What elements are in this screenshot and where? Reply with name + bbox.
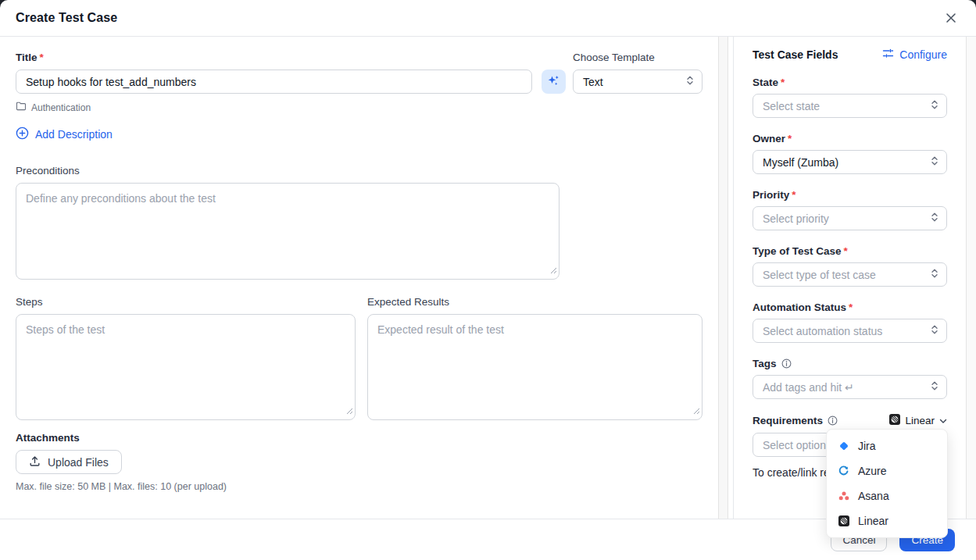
chevron-updown-icon	[931, 155, 938, 169]
modal-header: Create Test Case	[0, 0, 976, 37]
expected-results-label: Expected Results	[367, 296, 703, 308]
dropdown-item-linear[interactable]: Linear	[827, 508, 947, 533]
type-of-test-case-field: Type of Test Case* Select type of test c…	[753, 245, 947, 287]
steps-textarea[interactable]	[16, 314, 356, 420]
info-icon	[781, 358, 792, 369]
state-field: State* Select state	[753, 77, 947, 118]
asana-icon	[838, 490, 849, 502]
expected-results-textarea[interactable]	[367, 314, 703, 420]
sidebar-scrollbar[interactable]	[966, 37, 976, 519]
folder-name: Authentication	[31, 102, 91, 113]
automation-status-field: Automation Status* Select automation sta…	[753, 301, 947, 343]
main-scrollbar[interactable]	[718, 37, 728, 519]
page-title: Create Test Case	[16, 11, 117, 25]
sliders-icon	[882, 48, 894, 62]
title-input[interactable]	[16, 70, 532, 94]
attachments-label: Attachments	[16, 432, 703, 444]
choose-template-label: Choose Template	[573, 52, 703, 63]
folder-path: Authentication	[16, 102, 703, 113]
template-select[interactable]: Text	[573, 70, 703, 94]
sparkles-icon	[547, 74, 560, 90]
plus-circle-icon	[16, 127, 29, 142]
upload-files-button[interactable]: Upload Files	[16, 450, 122, 474]
close-icon[interactable]	[942, 9, 960, 27]
jira-icon	[838, 441, 849, 452]
preconditions-label: Preconditions	[16, 165, 703, 177]
add-description-button[interactable]: Add Description	[16, 127, 113, 142]
automation-status-select[interactable]: Select automation status	[753, 319, 947, 343]
upload-icon	[29, 455, 41, 469]
chevron-down-icon	[939, 415, 947, 426]
info-icon	[828, 416, 838, 426]
main-form: Title*	[0, 37, 718, 519]
chevron-updown-icon	[686, 75, 694, 88]
template-value: Text	[583, 76, 603, 88]
owner-field: Owner* Myself (Zumba)	[753, 133, 947, 174]
priority-field: Priority* Select priority	[753, 189, 947, 230]
priority-select[interactable]: Select priority	[753, 206, 947, 230]
requirements-provider-select[interactable]: Linear	[889, 414, 947, 427]
ai-generate-button[interactable]	[542, 70, 566, 94]
dropdown-item-azure[interactable]: Azure	[827, 458, 947, 483]
configure-label: Configure	[899, 48, 947, 61]
dropdown-item-jira[interactable]: Jira	[827, 433, 947, 458]
upload-files-label: Upload Files	[48, 456, 109, 469]
folder-icon	[16, 102, 27, 113]
title-label: Title*	[16, 52, 566, 63]
configure-button[interactable]: Configure	[882, 48, 947, 62]
tags-field: Tags Add tags and hit ↵	[753, 358, 947, 399]
chevron-updown-icon	[931, 380, 938, 394]
create-test-case-modal: Create Test Case Title*	[0, 0, 976, 560]
azure-icon	[838, 465, 849, 477]
upload-hint: Max. file size: 50 MB | Max. files: 10 (…	[16, 481, 703, 492]
chevron-updown-icon	[931, 268, 938, 281]
add-description-label: Add Description	[35, 128, 113, 141]
type-select[interactable]: Select type of test case	[753, 262, 947, 287]
linear-logo-icon	[838, 515, 849, 527]
linear-logo-icon	[889, 414, 900, 427]
state-select[interactable]: Select state	[753, 94, 947, 118]
chevron-updown-icon	[931, 324, 938, 337]
chevron-updown-icon	[931, 99, 938, 112]
tags-input[interactable]: Add tags and hit ↵	[753, 375, 947, 399]
provider-dropdown-menu: Jira Azure Asana Linear	[826, 429, 948, 538]
preconditions-textarea[interactable]	[16, 183, 560, 280]
provider-label: Linear	[905, 415, 935, 426]
dropdown-item-asana[interactable]: Asana	[827, 483, 947, 508]
chevron-updown-icon	[931, 212, 938, 225]
owner-select[interactable]: Myself (Zumba)	[753, 150, 947, 174]
steps-label: Steps	[16, 296, 356, 308]
sidebar-title: Test Case Fields	[753, 48, 838, 61]
